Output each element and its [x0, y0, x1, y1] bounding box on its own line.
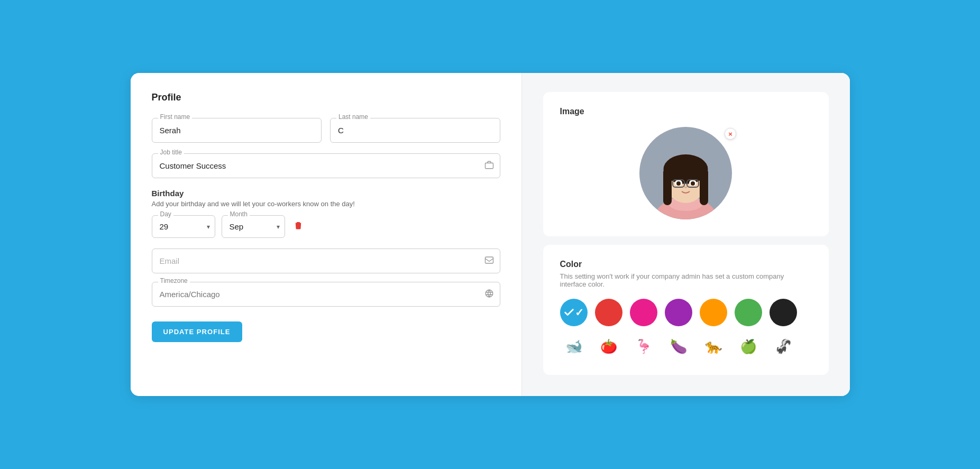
- svg-rect-10: [663, 168, 672, 205]
- image-section: Image: [543, 92, 829, 236]
- color-swatch-green[interactable]: [735, 299, 762, 326]
- last-name-label: Last name: [336, 113, 370, 121]
- svg-point-15: [691, 181, 695, 186]
- emoji-swatch-4[interactable]: 🐆: [700, 333, 727, 360]
- color-swatch-blue[interactable]: [560, 299, 588, 326]
- right-panel: Image: [522, 73, 850, 396]
- birthday-subtitle: Add your birthday and we will let your c…: [152, 200, 500, 208]
- svg-rect-11: [700, 168, 708, 205]
- color-swatch-red[interactable]: [595, 299, 622, 326]
- color-swatch-purple[interactable]: [665, 299, 692, 326]
- emoji-swatch-1[interactable]: 🍅: [595, 333, 622, 360]
- last-name-input[interactable]: [330, 118, 500, 143]
- timezone-input[interactable]: [152, 282, 500, 307]
- job-title-group: Job title: [152, 153, 500, 178]
- first-name-group: First name: [152, 118, 322, 143]
- emoji-swatch-6[interactable]: 🦨: [770, 333, 797, 360]
- color-title: Color: [560, 260, 812, 269]
- birthday-row: Day 123456789101112131415161718192021222…: [152, 215, 500, 238]
- month-select-wrap: Month JanFebMarAprMayJunJulAugSepOctNovD…: [222, 215, 285, 238]
- timezone-label: Timezone: [158, 277, 190, 284]
- avatar-remove-button[interactable]: ×: [725, 128, 736, 140]
- color-swatch-pink[interactable]: [630, 299, 657, 326]
- job-title-label: Job title: [158, 149, 184, 156]
- first-name-label: First name: [158, 113, 193, 121]
- color-section: Color This setting won't work if your co…: [543, 245, 829, 375]
- update-profile-button[interactable]: UPDATE PROFILE: [152, 321, 242, 342]
- job-title-input[interactable]: [152, 153, 500, 178]
- last-name-group: Last name: [330, 118, 500, 143]
- image-title: Image: [560, 107, 812, 116]
- month-label: Month: [228, 210, 250, 218]
- name-row: First name Last name: [152, 118, 500, 143]
- main-card: Profile First name Last name Job title: [131, 73, 850, 396]
- timezone-field-group: Timezone: [152, 282, 500, 307]
- color-swatch-orange[interactable]: [700, 299, 727, 326]
- avatar-image: [639, 127, 732, 219]
- avatar-container: ×: [560, 127, 812, 222]
- color-grid: 🐋🍅🦩🍆🐆🍏🦨: [560, 299, 812, 360]
- job-title-row: Job title: [152, 153, 500, 178]
- month-select[interactable]: JanFebMarAprMayJunJulAugSepOctNovDec: [222, 215, 285, 238]
- email-input[interactable]: [152, 249, 500, 273]
- emoji-swatch-2[interactable]: 🦩: [630, 333, 657, 360]
- first-name-input[interactable]: [152, 118, 322, 143]
- birthday-section: Birthday Add your birthday and we will l…: [152, 189, 500, 238]
- day-select[interactable]: 1234567891011121314151617181920212223242…: [152, 215, 215, 238]
- color-subtitle: This setting won't work if your company …: [560, 272, 812, 288]
- emoji-swatch-3[interactable]: 🍆: [665, 333, 692, 360]
- profile-panel: Profile First name Last name Job title: [131, 73, 522, 396]
- profile-title: Profile: [152, 92, 500, 103]
- emoji-swatch-0[interactable]: 🐋: [560, 333, 588, 360]
- delete-birthday-button[interactable]: [291, 218, 305, 235]
- day-label: Day: [158, 210, 173, 218]
- email-field-group: [152, 249, 500, 273]
- birthday-title: Birthday: [152, 189, 500, 198]
- color-swatch-black[interactable]: [770, 299, 797, 326]
- svg-point-14: [676, 181, 681, 186]
- emoji-swatch-5[interactable]: 🍏: [735, 333, 762, 360]
- day-select-wrap: Day 123456789101112131415161718192021222…: [152, 215, 215, 238]
